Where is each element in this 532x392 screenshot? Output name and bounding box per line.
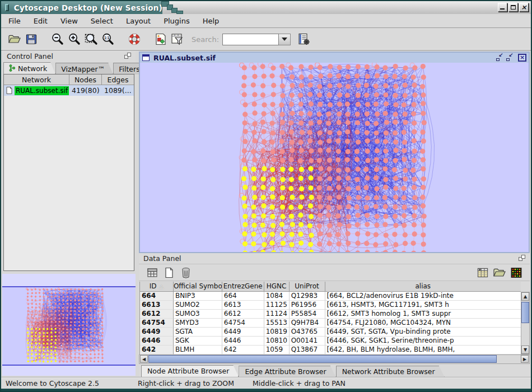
table-row[interactable]: 6449SGTA644910819O43765[6449, SGT, SGTA,… (140, 328, 521, 337)
status-pan-hint: Middle-click + drag to PAN (253, 379, 346, 388)
minimize-button[interactable] (498, 3, 507, 12)
table-cell: Q9H7B4 (290, 319, 325, 328)
search-input[interactable] (222, 34, 279, 45)
new-attribute-button[interactable] (161, 264, 178, 281)
network-canvas[interactable] (140, 63, 529, 252)
frame-close-button[interactable]: × (518, 54, 526, 62)
tab-vizmapper[interactable]: VizMapper™ (55, 63, 113, 74)
menu-help[interactable]: Help (197, 15, 225, 27)
table-row[interactable]: 642BLMH6421059Q13867[642, BH, BLM hydrol… (140, 346, 521, 354)
open-folder-icon (8, 34, 21, 45)
menu-file[interactable]: File (3, 15, 26, 27)
tab-edge-attribute-browser[interactable]: Edge Attribute Browser (239, 366, 335, 377)
import-expression-matrix-button[interactable] (508, 264, 525, 281)
table-cell: 1084 (264, 292, 290, 301)
table-cell: Q12983 (290, 292, 325, 301)
scroll-down-button[interactable]: ▼ (521, 346, 529, 354)
nodes-column-header[interactable]: Nodes (69, 74, 102, 85)
network-list-panel: Network Nodes Edges RUAL.subset.sif 419(… (3, 74, 134, 271)
vizmapper-icon (154, 32, 167, 46)
column-header-uniprot[interactable]: UniProt (290, 282, 325, 292)
menu-select[interactable]: Select (85, 15, 119, 27)
column-header-alias[interactable]: alias (325, 282, 521, 292)
table-cell: 6449 (222, 328, 264, 337)
lifebuoy-icon (127, 32, 142, 46)
zoom-out-button[interactable] (49, 31, 66, 48)
network-edges-count: 1089(... (102, 86, 134, 95)
network-list-row[interactable]: RUAL.subset.sif 419(80) 1089(... (4, 85, 134, 96)
scroll-left-button[interactable]: ◀ (140, 355, 148, 363)
select-attributes-button[interactable] (474, 264, 491, 281)
vizmapper-button[interactable] (152, 31, 169, 48)
horizontal-scrollbar[interactable]: ◀ ▶ (139, 354, 530, 364)
zoom-actual-size-button[interactable]: 1:1 (100, 31, 116, 48)
tab-network[interactable]: Network (3, 62, 55, 74)
column-header-hgnc[interactable]: HGNC (264, 282, 290, 292)
zoom-in-button[interactable] (66, 31, 83, 48)
save-session-button[interactable] (23, 31, 40, 48)
modify-attributes-button[interactable] (296, 31, 312, 48)
network-name: RUAL.subset.sif (15, 86, 69, 95)
help-button[interactable] (126, 31, 143, 48)
open-file-button[interactable] (6, 31, 23, 48)
menu-plugins[interactable]: Plugins (158, 15, 195, 27)
frame-minimize-button[interactable] (496, 54, 503, 62)
frame-minimize-icon (496, 58, 500, 61)
zoom-selected-region-button[interactable] (83, 31, 100, 48)
menu-layout[interactable]: Layout (120, 15, 156, 27)
float-panel-icon[interactable] (519, 255, 526, 262)
scroll-up-button[interactable]: ▲ (521, 292, 529, 301)
table-row[interactable]: 6612SUMO3661211124P55854[6612, SMT3 homo… (140, 310, 521, 319)
frame-restore-button[interactable] (506, 54, 513, 62)
network-overview-panel[interactable] (2, 274, 136, 376)
edges-column-header[interactable]: Edges (102, 74, 134, 85)
import-attributes-button[interactable] (491, 264, 508, 281)
menu-view[interactable]: View (55, 15, 83, 27)
table-row[interactable]: 6613SUMO2661311125P61956[6613, HSMT3, MG… (140, 301, 521, 310)
table-row[interactable]: 64754SMYD36475415513Q9H7B4[64754, FLJ210… (140, 319, 521, 328)
attribute-grid-button[interactable] (144, 264, 161, 281)
float-panel-icon[interactable] (124, 53, 132, 60)
maximize-button[interactable] (508, 3, 518, 12)
vertical-scrollbar[interactable]: ▲ ▼ (521, 292, 530, 354)
table-cell: 1059 (264, 346, 290, 354)
vertical-scrollbar-thumb[interactable] (521, 302, 529, 323)
network-column-header[interactable]: Network (4, 74, 69, 85)
network-table-header: Network Nodes Edges (4, 74, 134, 85)
column-header-id[interactable]: ID (140, 282, 174, 292)
menu-edit[interactable]: Edit (28, 15, 53, 27)
table-cell: SGK (174, 337, 222, 346)
network-frame-titlebar[interactable]: RUAL.subset.sif × (140, 53, 529, 63)
data-panel-title: Data Panel (143, 254, 519, 263)
horizontal-scrollbar-thumb[interactable] (148, 355, 497, 363)
table-cell: 664 (222, 292, 264, 301)
frame-restore-icon (506, 58, 510, 61)
zoom-in-icon (68, 32, 81, 46)
table-row[interactable]: 6446SGK644610810O00141[6446, SGK, SGK1, … (140, 337, 521, 346)
tab-node-attribute-browser[interactable]: Node Attribute Browser (141, 365, 239, 377)
table-cell: [6446, SGK, SGK1, Serine/threonine-p (325, 337, 521, 346)
table-cell: 15513 (264, 319, 290, 328)
table-cell: [6612, SMT3 homolog 1, SMT3 suppr (325, 310, 521, 319)
tab-vizmapper-label: VizMapper™ (61, 65, 105, 74)
column-header-official-symbol[interactable]: Official Symbol (174, 282, 222, 292)
tab-network-attribute-browser[interactable]: Network Attribute Browser (336, 366, 445, 377)
scroll-right-button[interactable]: ▶ (521, 355, 529, 363)
data-panel-header: Data Panel (139, 253, 530, 264)
status-zoom-hint: Right-click + drag to ZOOM (138, 379, 253, 388)
delete-attribute-button[interactable] (178, 264, 194, 281)
select-attributes-icon (477, 267, 489, 278)
main-toolbar: 1:1 (1, 29, 531, 50)
document-gear-icon (297, 32, 311, 46)
search-dropdown-button[interactable] (279, 34, 291, 45)
search-label: Search: (192, 35, 219, 44)
close-button[interactable]: × (519, 3, 529, 12)
window-titlebar[interactable]: Cytoscape Desktop (New Session) × (1, 1, 531, 14)
column-header-entrezgene[interactable]: EntrezGene (222, 282, 264, 292)
table-cell: 64754 (222, 319, 264, 328)
table-cell: SUMO3 (174, 310, 222, 319)
svg-text:1:1: 1:1 (104, 36, 110, 40)
table-row[interactable]: 664BNIP36641084Q12983[664, BCL2/adenovir… (140, 292, 521, 301)
table-cell: [64754, FLJ21080, MGC104324, MYN (325, 319, 521, 328)
filter-button[interactable] (169, 31, 186, 48)
